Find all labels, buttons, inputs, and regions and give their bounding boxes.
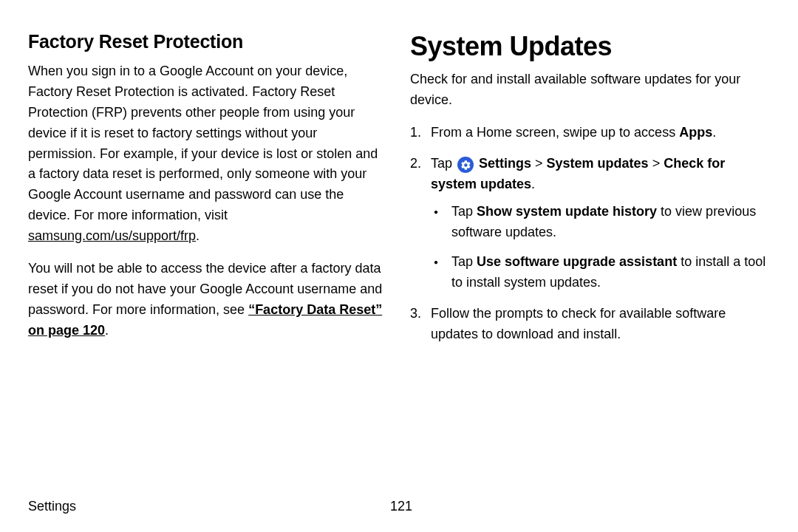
frp-paragraph-2: You will not be able to access the devic… bbox=[28, 259, 388, 341]
system-updates-heading: System Updates bbox=[410, 31, 770, 62]
settings-label: Settings bbox=[479, 156, 531, 171]
step-2-sep2: > bbox=[649, 156, 664, 171]
frp-support-link[interactable]: samsung.com/us/support/frp bbox=[28, 228, 196, 243]
page-footer: Settings 121 bbox=[28, 499, 770, 514]
frp-p1-text-b: . bbox=[196, 228, 200, 243]
step-3: Follow the prompts to check for availabl… bbox=[410, 304, 770, 345]
left-column: Factory Reset Protection When you sign i… bbox=[28, 31, 388, 355]
sub1-a: Tap bbox=[451, 204, 477, 219]
sub-bullet-2: Tap Use software upgrade assistant to in… bbox=[434, 252, 770, 293]
settings-gear-icon bbox=[457, 157, 474, 173]
apps-label: Apps bbox=[679, 125, 712, 140]
footer-section-label: Settings bbox=[28, 499, 76, 514]
sub-bullet-1: Tap Show system update history to view p… bbox=[434, 202, 770, 243]
show-history-label: Show system update history bbox=[477, 204, 657, 219]
sub2-a: Tap bbox=[451, 254, 477, 269]
page-columns: Factory Reset Protection When you sign i… bbox=[28, 31, 770, 355]
frp-p2-text-b: . bbox=[105, 323, 109, 338]
steps-list: From a Home screen, swipe up to access A… bbox=[410, 123, 770, 345]
step-2-end: . bbox=[531, 177, 535, 191]
upgrade-assistant-label: Use software upgrade assistant bbox=[477, 254, 677, 269]
step-1-text-a: From a Home screen, swipe up to access bbox=[431, 125, 679, 140]
step-1: From a Home screen, swipe up to access A… bbox=[410, 123, 770, 143]
step-2-sep1: > bbox=[531, 156, 547, 171]
step-2-tap: Tap bbox=[431, 156, 456, 171]
system-updates-label: System updates bbox=[547, 156, 649, 171]
frp-paragraph-1: When you sign in to a Google Account on … bbox=[28, 61, 388, 247]
frp-p1-text-a: When you sign in to a Google Account on … bbox=[28, 64, 378, 222]
step-1-text-c: . bbox=[712, 125, 716, 140]
footer-page-number: 121 bbox=[390, 499, 412, 514]
system-updates-intro: Check for and install available software… bbox=[410, 69, 770, 111]
step-2: Tap Settings > System updates > Check fo… bbox=[410, 154, 770, 293]
right-column: System Updates Check for and install ava… bbox=[410, 31, 770, 355]
sub-bullets: Tap Show system update history to view p… bbox=[434, 202, 770, 293]
frp-heading: Factory Reset Protection bbox=[28, 31, 388, 52]
